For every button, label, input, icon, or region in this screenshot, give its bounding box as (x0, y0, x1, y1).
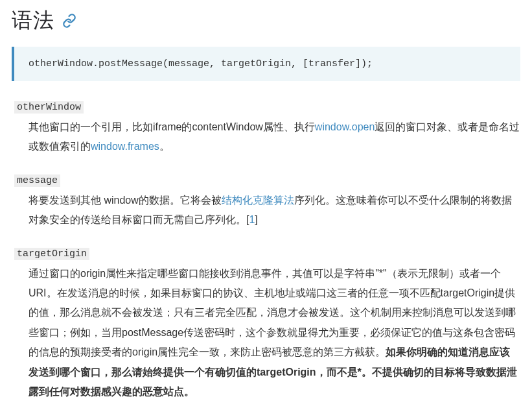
param-term: otherWindow (14, 101, 84, 114)
text-segment: ] (255, 214, 257, 225)
param-description: 通过窗口的origin属性来指定哪些窗口能接收到消息事件，其值可以是字符串"*"… (29, 264, 520, 397)
param-term: message (14, 174, 60, 187)
heading-title: 语法 (12, 6, 54, 35)
param-otherwindow: otherWindow 其他窗口的一个引用，比如iframe的contentWi… (14, 101, 520, 157)
param-message: message 将要发送到其他 window的数据。它将会被结构化克隆算法序列化… (14, 174, 520, 230)
section-heading: 语法 (12, 6, 520, 35)
syntax-code-block: otherWindow.postMessage(message, targetO… (12, 47, 520, 81)
text-segment: 将要发送到其他 window的数据。它将会被 (29, 195, 222, 206)
inline-link[interactable]: 结构化克隆算法 (222, 195, 294, 206)
inline-link[interactable]: window.open (315, 121, 375, 132)
param-targetorigin: targetOrigin 通过窗口的origin属性来指定哪些窗口能接收到消息事… (14, 247, 520, 397)
text-segment: 。 (159, 141, 170, 152)
param-description: 其他窗口的一个引用，比如iframe的contentWindow属性、执行win… (29, 117, 520, 157)
text-segment: 通过窗口的origin属性来指定哪些窗口能接收到消息事件，其值可以是字符串"*"… (29, 268, 516, 358)
anchor-link-icon[interactable] (62, 14, 76, 28)
param-term: targetOrigin (14, 248, 89, 260)
inline-link[interactable]: window.frames (91, 141, 159, 152)
parameter-list: otherWindow 其他窗口的一个引用，比如iframe的contentWi… (14, 101, 520, 397)
text-segment: 其他窗口的一个引用，比如iframe的contentWindow属性、执行 (29, 121, 315, 132)
param-description: 将要发送到其他 window的数据。它将会被结构化克隆算法序列化。这意味着你可以… (29, 191, 520, 230)
